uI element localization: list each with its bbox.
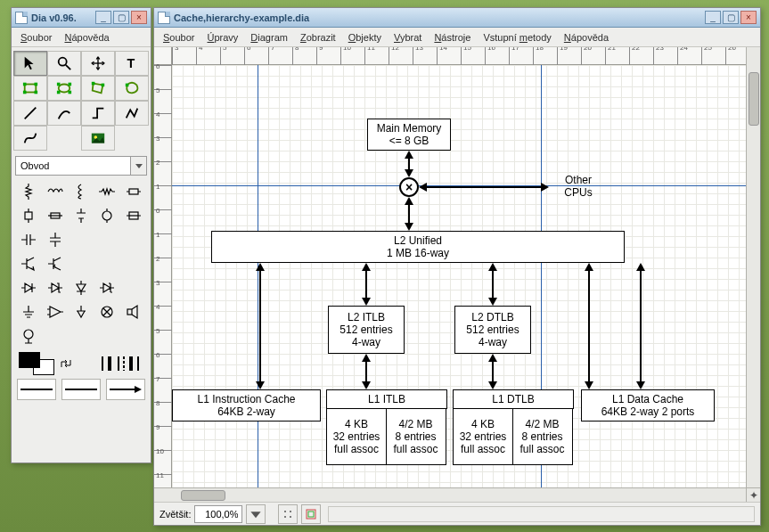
shapeset-dropdown[interactable] (131, 156, 147, 176)
node-l1-instr[interactable]: L1 Instruction Cache 64KB 2-way (172, 389, 321, 422)
menu-napoveda[interactable]: Nápověda (59, 30, 114, 45)
tool-image[interactable] (81, 126, 115, 151)
main-titlebar[interactable]: Cache,hierarchy-example.dia _ ▢ × (154, 8, 760, 28)
zoom-input[interactable] (194, 505, 242, 523)
tool-zigzag[interactable] (81, 101, 115, 126)
line-dash-style[interactable] (61, 379, 101, 400)
connector[interactable] (640, 265, 642, 388)
close-button[interactable]: × (740, 11, 757, 24)
arrowhead-icon (488, 354, 497, 362)
tool-arc[interactable] (47, 101, 81, 126)
shape-cap-h[interactable] (17, 229, 40, 250)
line-start-style[interactable] (17, 379, 56, 400)
menu-soubor[interactable]: Soubor (15, 30, 57, 45)
node-l1-data[interactable]: L1 Data Cache 64KB 2-way 2 ports (581, 389, 715, 422)
shape-ground[interactable] (17, 301, 40, 323)
menu-vstupni[interactable]: Vstupní metody (478, 30, 556, 45)
shape-pnp[interactable] (43, 253, 66, 274)
tool-zoom[interactable] (47, 51, 81, 76)
menu-napoveda[interactable]: Nápověda (559, 30, 614, 45)
connector[interactable] (588, 265, 590, 388)
node-main-memory[interactable]: Main Memory <= 8 GB (367, 119, 451, 151)
maximize-button[interactable]: ▢ (723, 11, 739, 24)
tool-ellipse[interactable] (47, 76, 81, 101)
shape-zener[interactable] (43, 277, 66, 299)
connector[interactable] (259, 265, 261, 388)
minimize-button[interactable]: _ (705, 11, 721, 24)
nav-corner[interactable]: ✦ (746, 487, 760, 502)
shape-lamp[interactable] (95, 301, 119, 323)
tool-polyline[interactable] (115, 101, 149, 126)
canvas[interactable]: Main Memory <= 8 GB × Other CPUs L2 Unif… (172, 65, 746, 487)
shape-schottky[interactable] (95, 277, 119, 299)
menu-soubor[interactable]: Soubor (158, 30, 200, 45)
svg-rect-14 (69, 91, 72, 94)
svg-point-28 (24, 330, 33, 339)
shape-fuse[interactable] (43, 205, 66, 226)
shape-inductor-v[interactable] (70, 181, 93, 202)
arrowhead-icon (362, 381, 371, 389)
tool-line[interactable] (13, 101, 47, 126)
menu-diagram[interactable]: Diagram (245, 30, 293, 45)
shape-opamp[interactable] (43, 301, 66, 323)
menu-nastroje[interactable]: Nástroje (429, 30, 476, 45)
menu-zobrazit[interactable]: Zobrazit (295, 30, 341, 45)
menu-upravy[interactable]: Úpravy (201, 30, 243, 45)
shape-microphone[interactable] (17, 325, 40, 347)
line-patterns-icon[interactable] (99, 353, 143, 374)
node-l1-itlb[interactable]: L1 ITLB 4 KB 32 entries full assoc 4/2 M… (326, 389, 447, 465)
shape-source-v[interactable] (95, 205, 119, 226)
label-other-cpus[interactable]: Other CPUs (552, 174, 605, 199)
tool-pointer[interactable] (13, 51, 47, 76)
arrowhead-icon (585, 381, 593, 389)
shape-resistor-h[interactable] (95, 181, 119, 202)
tool-text[interactable]: T (115, 51, 149, 76)
ruler-horizontal[interactable]: 3456789101112131415161718192021222324252… (172, 47, 746, 65)
snap-object-toggle[interactable] (301, 504, 321, 524)
close-button[interactable]: × (131, 11, 147, 24)
tool-scroll[interactable] (81, 51, 115, 76)
app-icon (15, 12, 28, 24)
shape-diode-v[interactable] (70, 277, 93, 299)
svg-rect-5 (25, 85, 37, 93)
shape-lamp-v[interactable] (17, 205, 40, 226)
node-l2-itlb[interactable]: L2 ITLB 512 entries 4-way (328, 306, 405, 354)
menu-objekty[interactable]: Objekty (343, 30, 387, 45)
shape-ground2[interactable] (70, 301, 93, 323)
node-junction[interactable]: × (399, 177, 419, 197)
fg-bg-swatch[interactable] (19, 352, 54, 375)
zoom-dropdown[interactable] (246, 504, 266, 524)
scrollbar-vertical[interactable] (746, 47, 760, 487)
swap-colors-icon[interactable] (60, 357, 72, 370)
shape-npn[interactable] (17, 253, 40, 274)
guide-v[interactable] (258, 65, 258, 487)
tool-beziergon[interactable] (115, 76, 149, 101)
connector[interactable] (421, 186, 547, 188)
maximize-button[interactable]: ▢ (113, 11, 129, 24)
shape-source-box[interactable] (122, 205, 145, 226)
node-l2-dtlb[interactable]: L2 DTLB 512 entries 4-way (454, 306, 531, 354)
node-l1-dtlb[interactable]: L1 DTLB 4 KB 32 entries full assoc 4/2 M… (453, 389, 574, 465)
arrowhead-icon (405, 169, 413, 177)
tool-bezier[interactable] (13, 126, 47, 151)
shape-diode[interactable] (17, 277, 40, 299)
shape-inductor[interactable] (43, 181, 66, 202)
arrowhead-icon (405, 197, 413, 205)
menu-vybrat[interactable]: Vybrat (389, 30, 427, 45)
svg-rect-17 (126, 84, 129, 87)
scrollbar-horizontal[interactable] (154, 487, 746, 502)
tool-polygon[interactable] (81, 76, 115, 101)
shape-resistor-v[interactable] (17, 181, 40, 202)
toolbox-titlebar[interactable]: Dia v0.96. _ ▢ × (12, 8, 151, 28)
shape-battery[interactable] (70, 205, 93, 226)
shape-cap-v[interactable] (43, 229, 66, 250)
minimize-button[interactable]: _ (95, 11, 111, 24)
ruler-vertical[interactable]: 6543210123456789101112 (154, 65, 172, 487)
line-end-style[interactable] (106, 379, 145, 400)
shape-speaker[interactable] (122, 301, 145, 323)
shapeset-combo[interactable]: Obvod (15, 156, 131, 176)
tool-box[interactable] (13, 76, 47, 101)
node-l2-unified[interactable]: L2 Unified 1 MB 16-way (211, 231, 625, 263)
shape-resistor-box[interactable] (122, 181, 145, 202)
snap-grid-toggle[interactable] (278, 504, 298, 524)
